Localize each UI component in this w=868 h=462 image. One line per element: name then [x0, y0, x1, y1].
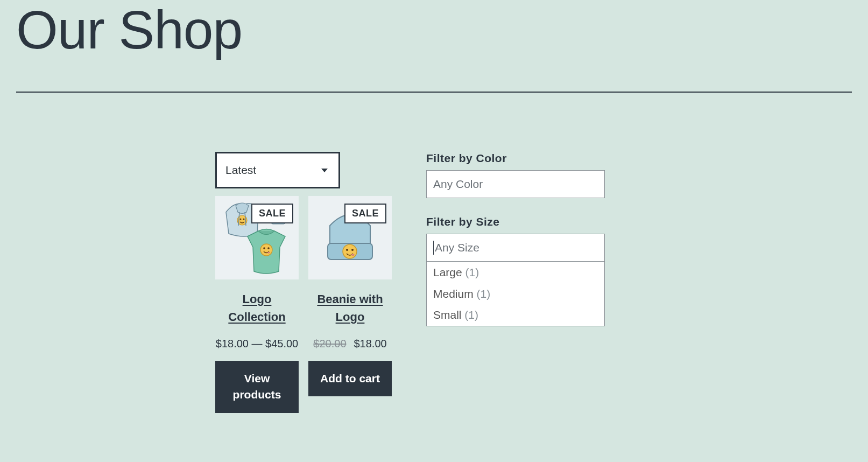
filter-size-placeholder: Any Size [435, 241, 479, 254]
svg-point-8 [267, 247, 270, 249]
sale-badge: SALE [251, 204, 293, 223]
filter-color-label: Filter by Color [426, 152, 606, 165]
svg-point-11 [346, 249, 348, 251]
svg-point-10 [343, 244, 357, 258]
product-link[interactable]: Logo Collection [228, 292, 285, 324]
sort-select[interactable]: Latest [215, 152, 340, 188]
chevron-down-icon [321, 169, 328, 172]
svg-point-6 [260, 244, 272, 256]
size-option-large[interactable]: Large (1) [427, 262, 604, 283]
products-column: Latest [215, 152, 409, 413]
product-card: SALE Logo Collection $18.00 — $45.00 Vie… [215, 196, 299, 413]
page-title: Our Shop [16, 0, 852, 59]
svg-point-7 [263, 247, 265, 249]
view-products-button[interactable]: View products [215, 361, 299, 413]
size-dropdown-list: Large (1) Medium (1) Small (1) [426, 262, 605, 326]
filters-column: Filter by Color Any Color Filter by Size… [426, 152, 606, 413]
main-content: Latest [215, 152, 852, 413]
product-price: $20.00$18.00 [308, 338, 392, 350]
filter-by-color: Filter by Color Any Color [426, 152, 606, 198]
product-link[interactable]: Beanie with Logo [317, 292, 383, 324]
add-to-cart-button[interactable]: Add to cart [308, 361, 392, 396]
text-cursor-icon [433, 241, 434, 255]
current-price: $18.00 [354, 338, 387, 349]
product-image[interactable]: SALE [308, 196, 392, 279]
size-option-medium[interactable]: Medium (1) [427, 283, 604, 305]
divider [16, 92, 852, 93]
filter-by-size: Filter by Size Any Size Large (1) Medium… [426, 215, 606, 326]
size-option-small[interactable]: Small (1) [427, 304, 604, 326]
product-title: Logo Collection [215, 290, 299, 326]
filter-size-input[interactable]: Any Size [426, 234, 605, 262]
svg-point-2 [243, 219, 245, 220]
product-title: Beanie with Logo [308, 290, 392, 326]
svg-point-12 [351, 249, 354, 251]
sale-badge: SALE [344, 204, 386, 223]
product-image[interactable]: SALE [215, 196, 299, 279]
filter-color-placeholder: Any Color [433, 178, 483, 191]
sort-selected-label: Latest [225, 164, 256, 177]
filter-color-input[interactable]: Any Color [426, 170, 605, 198]
product-price: $18.00 — $45.00 [215, 338, 299, 350]
product-grid: SALE Logo Collection $18.00 — $45.00 Vie… [215, 196, 409, 413]
old-price: $20.00 [313, 338, 346, 349]
product-card: SALE Beanie with Logo $20.00$18.00 Add t… [308, 196, 392, 413]
svg-point-1 [240, 219, 242, 220]
filter-size-label: Filter by Size [426, 215, 606, 228]
